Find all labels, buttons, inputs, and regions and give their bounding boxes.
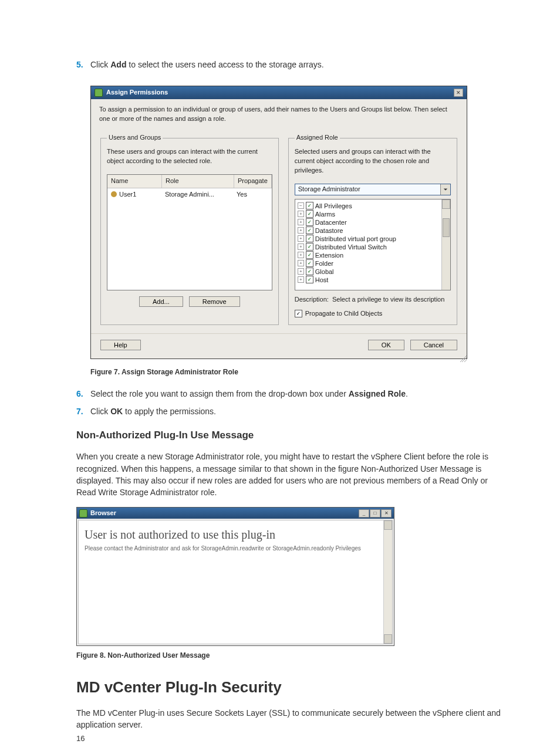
step-6-suffix: .: [406, 389, 408, 398]
dialog-title: Assign Permissions: [106, 88, 168, 97]
priv-extension[interactable]: Extension: [315, 251, 343, 259]
help-button[interactable]: Help: [100, 340, 141, 350]
users-list-header: Name Role Propagate: [107, 175, 272, 188]
scroll-down-icon[interactable]: [384, 634, 392, 644]
not-authorized-subtext: Please contact the Administrator and ask…: [85, 545, 389, 553]
checkbox-folder[interactable]: ✓: [306, 259, 313, 267]
figure-7-caption: Figure 7. Assign Storage Administrator R…: [90, 367, 501, 377]
browser-dialog: Browser _ □ ✕ User is not authorized to …: [76, 507, 394, 647]
step-7-bold: OK: [110, 407, 123, 416]
minimize-icon[interactable]: _: [359, 509, 369, 518]
col-name[interactable]: Name: [107, 175, 162, 188]
add-button[interactable]: Add...: [139, 296, 183, 307]
propagate-checkbox[interactable]: ✓: [295, 310, 302, 317]
expand-icon[interactable]: +: [298, 252, 304, 258]
close-icon[interactable]: ✕: [454, 89, 463, 97]
app-icon: [95, 89, 103, 97]
role-dropdown[interactable]: Storage Administrator: [295, 184, 451, 195]
step-5-bold: Add: [110, 60, 126, 69]
resize-grip-icon[interactable]: [460, 355, 467, 362]
col-role[interactable]: Role: [162, 175, 234, 188]
row-role: Storage Admini...: [161, 189, 233, 201]
step-7-prefix: Click: [90, 407, 110, 416]
collapse-icon[interactable]: −: [298, 202, 304, 209]
assigned-role-panel: Assigned Role Selected users and groups …: [288, 133, 457, 325]
priv-datacenter[interactable]: Datacenter: [315, 218, 347, 226]
checkbox-host[interactable]: ✓: [306, 276, 313, 283]
step-6-prefix: Select the role you want to assign them …: [90, 389, 349, 398]
checkbox-datastore[interactable]: ✓: [306, 226, 313, 234]
priv-dvs[interactable]: Distributed Virtual Switch: [315, 243, 387, 251]
cancel-button[interactable]: Cancel: [410, 340, 457, 350]
expand-icon[interactable]: +: [298, 244, 304, 250]
nonauth-paragraph: When you create a new Storage Administra…: [76, 451, 501, 498]
chevron-down-icon[interactable]: [440, 184, 450, 195]
row-name: User1: [119, 191, 136, 198]
priv-folder[interactable]: Folder: [315, 259, 333, 268]
role-dropdown-value: Storage Administrator: [295, 185, 440, 194]
maximize-icon[interactable]: □: [370, 509, 380, 518]
browser-content: User is not authorized to use this plug-…: [78, 520, 393, 644]
dialog-instruction: To assign a permission to an individual …: [99, 105, 458, 124]
priv-dvpg[interactable]: Distributed virtual port group: [315, 235, 396, 243]
expand-icon[interactable]: +: [298, 276, 304, 283]
propagate-checkbox-row[interactable]: ✓ Propagate to Child Objects: [295, 309, 451, 319]
expand-icon[interactable]: +: [298, 268, 304, 275]
privilege-description: Description: Select a privilege to view …: [295, 295, 451, 305]
nonauth-heading: Non-Authorized Plug-In Use Message: [76, 428, 501, 443]
step-5-text-prefix: Click: [90, 60, 110, 69]
step-5: Click Add to select the users need acces…: [76, 59, 501, 70]
row-propagate: Yes: [233, 189, 272, 201]
expand-icon[interactable]: +: [298, 235, 304, 242]
checkbox-alarms[interactable]: ✓: [306, 210, 313, 218]
user-icon: [111, 191, 117, 197]
scroll-thumb[interactable]: [443, 218, 450, 237]
not-authorized-heading: User is not authorized to use this plug-…: [85, 526, 389, 543]
users-groups-subtext: These users and groups can interact with…: [107, 147, 272, 166]
step-6: Select the role you want to assign them …: [76, 388, 501, 400]
assigned-role-legend: Assigned Role: [295, 133, 340, 143]
checkbox-dvs[interactable]: ✓: [306, 243, 313, 251]
scrollbar[interactable]: [383, 520, 392, 644]
description-label: Description:: [295, 296, 329, 303]
col-propagate[interactable]: Propagate: [234, 175, 272, 188]
users-listbox[interactable]: Name Role Propagate User1 Storage Admini…: [107, 174, 272, 290]
close-icon[interactable]: ✕: [381, 509, 392, 518]
checkbox-dvpg[interactable]: ✓: [306, 235, 313, 242]
ok-button[interactable]: OK: [368, 340, 404, 350]
browser-title: Browser: [90, 509, 116, 518]
description-text: Select a privilege to view its descripti…: [332, 296, 444, 303]
users-list-row[interactable]: User1 Storage Admini... Yes: [107, 188, 272, 201]
users-groups-legend: Users and Groups: [107, 133, 163, 143]
security-heading: MD vCenter Plug-In Security: [76, 677, 501, 699]
assigned-role-subtext: Selected users and groups can interact w…: [295, 147, 451, 175]
privileges-tree[interactable]: − ✓ All Privileges +✓Alarms +✓Datacenter…: [295, 199, 451, 290]
scroll-up-icon[interactable]: [384, 520, 392, 530]
dialog-titlebar: Assign Permissions ✕: [91, 86, 467, 99]
users-groups-panel: Users and Groups These users and groups …: [100, 133, 279, 325]
propagate-label: Propagate to Child Objects: [305, 309, 382, 319]
app-icon: [79, 509, 87, 518]
checkbox-global[interactable]: ✓: [306, 268, 313, 275]
security-paragraph: The MD vCenter Plug-in uses Secure Socke…: [76, 707, 501, 731]
expand-icon[interactable]: +: [298, 260, 304, 266]
checkbox-datacenter[interactable]: ✓: [306, 218, 313, 226]
expand-icon[interactable]: +: [298, 211, 304, 217]
expand-icon[interactable]: +: [298, 227, 304, 234]
page-number: 16: [76, 733, 85, 744]
browser-titlebar: Browser _ □ ✕: [77, 508, 394, 519]
priv-host[interactable]: Host: [315, 276, 329, 284]
scroll-up-icon[interactable]: [442, 199, 450, 209]
priv-global[interactable]: Global: [315, 268, 334, 276]
figure-8-caption: Figure 8. Non-Authorized User Message: [76, 651, 501, 661]
step-7-suffix: to apply the permissions.: [123, 407, 216, 416]
checkbox-all-privileges[interactable]: ✓: [306, 202, 313, 209]
checkbox-extension[interactable]: ✓: [306, 251, 313, 259]
assign-permissions-dialog: Assign Permissions ✕ To assign a permiss…: [76, 80, 467, 362]
expand-icon[interactable]: +: [298, 219, 304, 225]
priv-datastore[interactable]: Datastore: [315, 226, 343, 235]
priv-alarms[interactable]: Alarms: [315, 210, 335, 218]
remove-button[interactable]: Remove: [189, 296, 240, 307]
scrollbar[interactable]: [441, 199, 450, 290]
priv-all-privileges[interactable]: All Privileges: [315, 202, 352, 210]
